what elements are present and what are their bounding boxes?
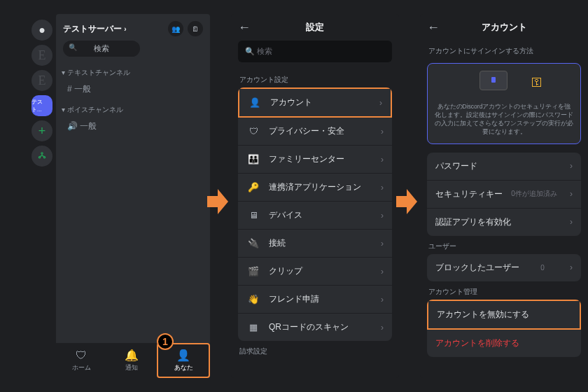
bell-icon: 🔔 [125,349,139,362]
row-auth-app[interactable]: 認証アプリを有効化 › [427,209,581,236]
svg-point-2 [38,157,40,158]
chevron-right-icon: › [381,267,384,276]
server-e1[interactable]: E [31,45,52,66]
settings-title: 設定 [231,21,399,34]
home-icon: 🛡 [76,349,87,362]
chevron-right-icon: › [381,323,384,332]
dm-button[interactable]: ● [31,20,52,41]
badge-1: 1 [157,333,174,350]
screen-server-channels: ● E E テスト... + テストサーバー › 👥 🗓 検索 ▾ テキストチャ… [28,14,210,378]
calendar-icon[interactable]: 🗓 [188,21,203,36]
members-icon[interactable]: 👥 [168,21,183,36]
voice-channel-general[interactable]: 🔊 一般 [56,118,210,135]
manage-list: アカウントを無効にする アカウントを削除する [427,300,581,357]
arrow-2 [396,189,417,214]
user-list: ブロックしたユーザー 0 › [427,254,581,281]
blocked-count: 0 [540,264,545,272]
svg-point-0 [41,153,43,154]
row-blocked-users[interactable]: ブロックしたユーザー 0 › [427,254,581,281]
server-name[interactable]: テストサーバー › [63,23,127,35]
settings-list: 👤 アカウント › 🛡 プライバシー・安全 › 👪 ファミリーセンター › 🔑 … [238,88,392,341]
row-account[interactable]: 👤 アカウント › [238,88,392,118]
add-server-button[interactable]: + [31,120,52,141]
section-billing: 請求設定 [231,341,399,359]
row-password[interactable]: パスワード › [427,153,581,181]
back-button[interactable]: ← [238,20,251,35]
row-disable-account[interactable]: アカウントを無効にする [427,300,581,330]
channel-panel: テストサーバー › 👥 🗓 検索 ▾ テキストチャンネル # 一般 ▾ ボイスチ… [56,14,210,378]
tab-home[interactable]: 🛡 ホーム [56,343,106,378]
back-button[interactable]: ← [427,20,440,35]
row-apps[interactable]: 🔑 連携済アプリケーション › [238,174,392,202]
screen-settings: ← 設定 🔍 検索 アカウント設定 👤 アカウント › 🛡 プライバシー・安全 … [231,14,399,378]
chevron-right-icon: › [570,217,573,227]
svg-line-4 [40,155,43,156]
clip-icon: 🎬 [246,266,260,276]
voice-channels-category[interactable]: ▾ ボイスチャンネル [56,98,210,118]
settings-search[interactable]: 🔍 検索 [238,41,392,62]
screen-account: ← アカウント アカウントにサインインする方法 ⚿ あなたのDiscordアカウ… [420,14,588,378]
row-devices[interactable]: 🖥 デバイス › [238,202,392,230]
security-text: あなたのDiscordアカウントのセキュリティを強化します。設定後はサインインの… [435,103,573,136]
channel-search[interactable]: 検索 [63,41,140,57]
chevron-right-icon: › [570,189,573,199]
svg-point-3 [43,157,45,158]
tab-you[interactable]: 👤 あなた 1 [157,343,210,378]
chevron-right-icon: › [381,155,384,164]
plug-icon: 🔌 [246,238,260,248]
section-account-manage: アカウント管理 [420,281,588,300]
user-icon: 👤 [248,97,262,108]
chevron-right-icon: › [381,295,384,304]
server-rail: ● E E テスト... + [28,14,56,378]
security-list: パスワード › セキュリティキー 0件が追加済み › 認証アプリを有効化 › [427,153,581,236]
server-active[interactable]: テスト... [31,95,52,116]
text-channels-category[interactable]: ▾ テキストチャンネル [56,61,210,80]
chevron-right-icon: › [381,211,384,220]
discord-icon: 👤 [176,349,190,362]
server-e2[interactable]: E [31,70,52,91]
tab-notifications[interactable]: 🔔 通知 [106,343,157,378]
section-signin: アカウントにサインインする方法 [420,41,588,59]
chevron-right-icon: › [381,239,384,248]
bottom-tab-bar: 🛡 ホーム 🔔 通知 👤 あなた 1 [56,343,210,378]
section-account-settings: アカウント設定 [231,69,399,88]
row-delete-account[interactable]: アカウントを削除する [427,330,581,357]
family-icon: 👪 [246,154,260,164]
qr-icon: ▦ [246,322,260,332]
row-connections[interactable]: 🔌 接続 › [238,230,392,258]
shield-icon: 🛡 [246,126,260,136]
key-icon: 🔑 [246,182,260,192]
arrow-1 [207,189,228,214]
text-channel-general[interactable]: # 一般 [56,80,210,98]
row-clips[interactable]: 🎬 クリップ › [238,258,392,286]
chevron-right-icon: › [570,262,573,272]
security-illustration: ⚿ [479,71,528,99]
security-promo-box: ⚿ あなたのDiscordアカウントのセキュリティを強化します。設定後はサインイ… [427,63,581,144]
chevron-right-icon: › [570,161,573,171]
account-topbar: ← アカウント [420,14,588,41]
row-privacy[interactable]: 🛡 プライバシー・安全 › [238,118,392,146]
row-friend-requests[interactable]: 👋 フレンド申請 › [238,286,392,314]
row-qr-scan[interactable]: ▦ QRコードのスキャン › [238,314,392,341]
svg-line-5 [42,155,45,156]
friend-icon: 👋 [246,294,260,304]
chevron-right-icon: › [381,127,384,136]
devices-icon: 🖥 [246,210,260,220]
row-family[interactable]: 👪 ファミリーセンター › [238,146,392,174]
section-user: ユーザー [420,236,588,254]
row-security-key[interactable]: セキュリティキー 0件が追加済み › [427,181,581,209]
discover-button[interactable] [31,146,52,167]
chevron-right-icon: › [379,98,382,108]
security-key-count: 0件が追加済み [511,189,557,199]
account-title: アカウント [420,21,588,34]
chevron-right-icon: › [381,183,384,192]
settings-topbar: ← 設定 [231,14,399,41]
